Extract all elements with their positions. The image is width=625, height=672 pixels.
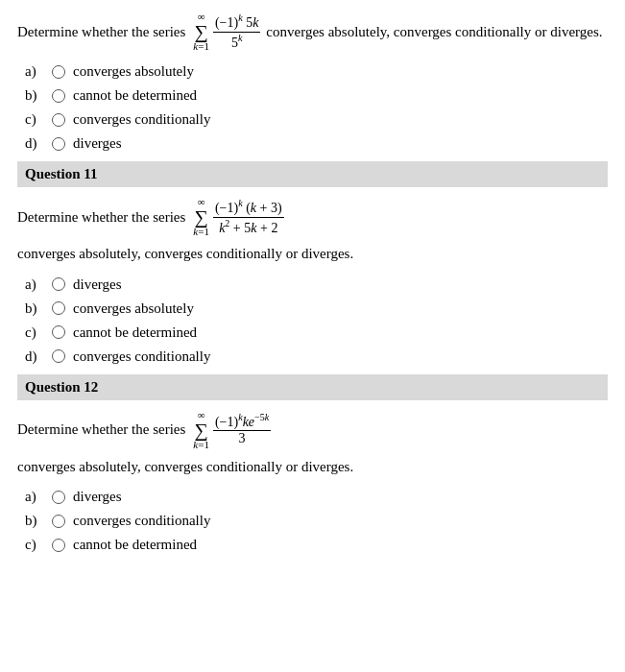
- question-11-suffix: converges absolutely, converges conditio…: [17, 243, 353, 265]
- question-11: Question 11 Determine whether the series…: [17, 161, 608, 365]
- question-11-text: Determine whether the series ∞ ∑ k=1 (−1…: [17, 195, 608, 267]
- option-12b-text: converges conditionally: [73, 513, 210, 529]
- option-11b: b) converges absolutely: [25, 300, 608, 317]
- option-11a-text: diverges: [73, 276, 122, 293]
- radio-12a[interactable]: [52, 491, 65, 504]
- option-10c-text: converges conditionally: [73, 111, 210, 128]
- option-10a: a) converges absolutely: [25, 63, 608, 80]
- option-11d-text: converges conditionally: [73, 348, 210, 365]
- option-12b: b) converges conditionally: [25, 513, 608, 529]
- question-10-intro: Determine whether the series: [17, 21, 185, 43]
- option-11d: d) converges conditionally: [25, 348, 608, 365]
- option-12c-text: cannot be determined: [73, 537, 197, 553]
- question-10-series: ∞ ∑ k=1 (−1)k 5k 5k: [191, 12, 260, 52]
- question-11-header: Question 11: [17, 161, 608, 187]
- option-10d: d) diverges: [25, 135, 608, 152]
- option-10a-text: converges absolutely: [73, 63, 194, 80]
- fraction-q11: (−1)k (k + 3) k2 + 5k + 2: [213, 198, 284, 236]
- radio-12c[interactable]: [52, 539, 65, 552]
- fraction-q12: (−1)kke−5k 3: [213, 412, 271, 447]
- option-12a: a) diverges: [25, 489, 608, 505]
- question-11-intro: Determine whether the series: [17, 206, 185, 228]
- question-12-intro: Determine whether the series: [17, 419, 185, 441]
- option-11c-text: cannot be determined: [73, 324, 197, 341]
- option-12c: c) cannot be determined: [25, 537, 608, 553]
- radio-11d[interactable]: [52, 349, 65, 363]
- option-10b-text: cannot be determined: [73, 87, 197, 104]
- radio-10d[interactable]: [52, 137, 65, 151]
- option-11a: a) diverges: [25, 276, 608, 293]
- radio-10a[interactable]: [52, 65, 65, 79]
- question-10-text: Determine whether the series ∞ ∑ k=1 (−1…: [17, 10, 608, 54]
- fraction-q10: (−1)k 5k 5k: [213, 12, 260, 51]
- question-12: Question 12 Determine whether the series…: [17, 374, 608, 554]
- radio-12b[interactable]: [52, 515, 65, 528]
- question-10-options: a) converges absolutely b) cannot be det…: [25, 63, 608, 152]
- sigma-q11: ∞ ∑ k=1: [193, 197, 209, 237]
- radio-10c[interactable]: [52, 113, 65, 127]
- question-10: Determine whether the series ∞ ∑ k=1 (−1…: [17, 10, 608, 152]
- question-11-options: a) diverges b) converges absolutely c) c…: [25, 276, 608, 365]
- option-10d-text: diverges: [73, 135, 122, 152]
- radio-11c[interactable]: [52, 325, 65, 339]
- sigma-q10: ∞ ∑ k=1: [193, 12, 209, 52]
- radio-10b[interactable]: [52, 89, 65, 103]
- option-11b-text: converges absolutely: [73, 300, 194, 317]
- question-12-text: Determine whether the series ∞ ∑ k=1 (−1…: [17, 408, 608, 480]
- option-11c: c) cannot be determined: [25, 324, 608, 341]
- question-12-options: a) diverges b) converges conditionally c…: [25, 489, 608, 553]
- question-12-series: ∞ ∑ k=1 (−1)kke−5k 3: [191, 410, 271, 450]
- option-12a-text: diverges: [73, 489, 122, 505]
- question-12-header: Question 12: [17, 374, 608, 400]
- option-10b: b) cannot be determined: [25, 87, 608, 104]
- option-10c: c) converges conditionally: [25, 111, 608, 128]
- question-10-suffix: converges absolutely, converges conditio…: [266, 21, 602, 43]
- radio-11a[interactable]: [52, 277, 65, 291]
- sigma-q12: ∞ ∑ k=1: [193, 410, 209, 450]
- radio-11b[interactable]: [52, 301, 65, 315]
- question-11-series: ∞ ∑ k=1 (−1)k (k + 3) k2 + 5k + 2: [191, 197, 283, 237]
- question-12-suffix: converges absolutely, converges conditio…: [17, 456, 353, 478]
